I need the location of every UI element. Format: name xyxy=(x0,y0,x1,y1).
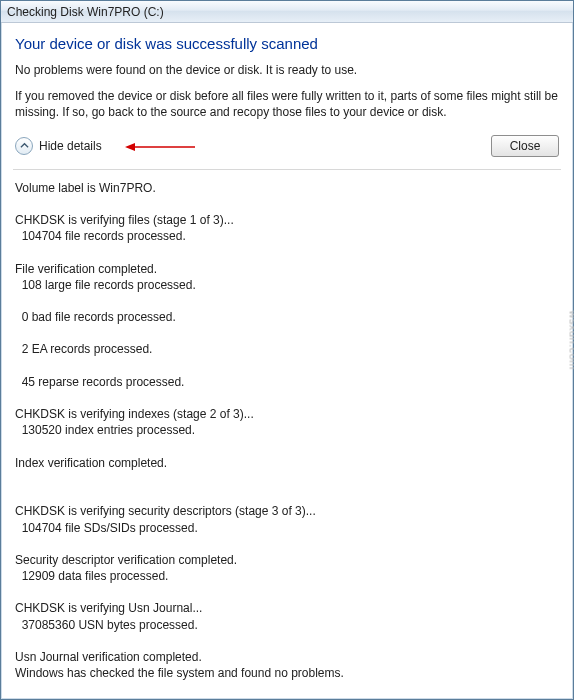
chevron-up-icon xyxy=(15,137,33,155)
svg-marker-1 xyxy=(125,143,135,151)
window-title: Checking Disk Win7PRO (C:) xyxy=(7,5,164,19)
titlebar[interactable]: Checking Disk Win7PRO (C:) xyxy=(1,1,573,23)
separator xyxy=(13,169,561,170)
dialog-window: Checking Disk Win7PRO (C:) Your device o… xyxy=(0,0,574,700)
details-log: Volume label is Win7PRO. CHKDSK is verif… xyxy=(15,180,559,691)
toggle-details-button[interactable]: Hide details xyxy=(15,137,102,155)
summary-line-2: If you removed the device or disk before… xyxy=(15,88,559,120)
close-button[interactable]: Close xyxy=(491,135,559,157)
details-toolbar: Hide details Close xyxy=(15,135,559,157)
result-heading: Your device or disk was successfully sca… xyxy=(15,35,559,52)
dialog-content: Your device or disk was successfully sca… xyxy=(1,23,573,699)
summary-line-1: No problems were found on the device or … xyxy=(15,62,559,78)
annotation-arrow-icon xyxy=(125,141,195,153)
toggle-details-label: Hide details xyxy=(39,139,102,153)
